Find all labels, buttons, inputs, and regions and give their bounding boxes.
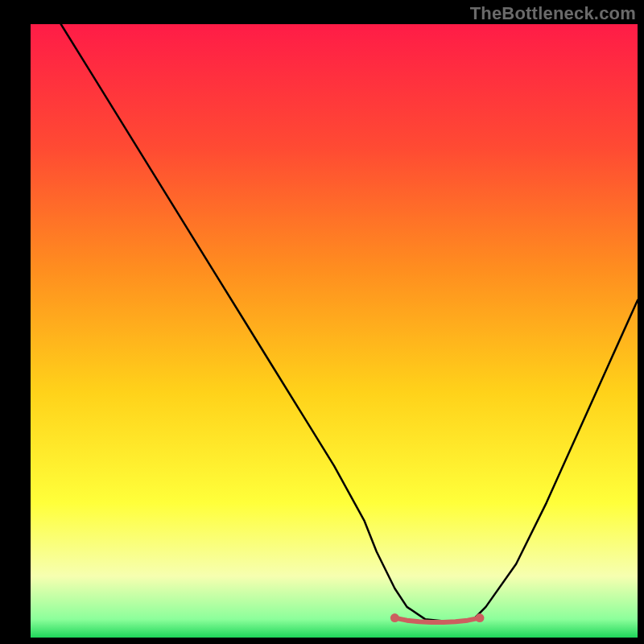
chart-frame: TheBottleneck.com [0, 0, 644, 644]
gradient-background [31, 24, 638, 638]
marker-point [390, 613, 399, 622]
marker-point [475, 613, 484, 622]
watermark-text: TheBottleneck.com [470, 3, 636, 24]
bottleneck-chart [0, 0, 644, 644]
